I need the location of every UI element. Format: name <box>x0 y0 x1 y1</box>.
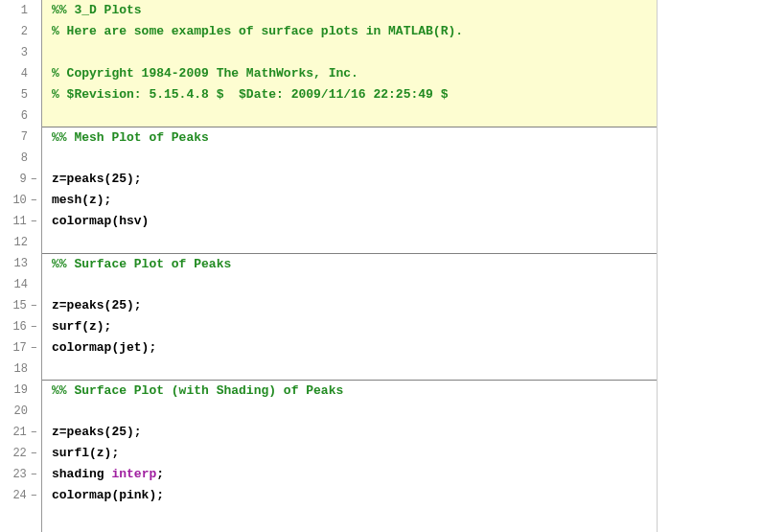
fold-dash[interactable]: – <box>31 464 37 485</box>
gutter-row: 11– <box>0 211 41 232</box>
code-line[interactable]: z=peaks(25); <box>42 169 762 190</box>
code-line[interactable] <box>42 148 762 169</box>
gutter-row: 6 <box>0 105 41 127</box>
gutter-row: 2 <box>0 21 41 42</box>
line-number: 2 <box>21 21 28 42</box>
code-line[interactable]: z=peaks(25); <box>42 295 762 316</box>
line-number: 21 <box>12 422 26 443</box>
code-text: ; <box>156 467 164 481</box>
line-number: 22 <box>12 443 26 464</box>
gutter-row: 9– <box>0 169 41 190</box>
line-number: 6 <box>21 105 28 127</box>
code-text: shading <box>52 467 111 481</box>
code-line[interactable] <box>42 42 762 63</box>
gutter-row: 21– <box>0 422 41 443</box>
gutter-row: 18 <box>0 359 41 380</box>
code-line[interactable]: mesh(z); <box>42 190 762 211</box>
fold-dash[interactable]: – <box>31 169 37 190</box>
gutter-row: 17– <box>0 337 41 359</box>
gutter-row: 4 <box>0 63 41 84</box>
code-line[interactable]: %% 3_D Plots <box>42 0 762 21</box>
code-area[interactable]: %% 3_D Plots % Here are some examples of… <box>42 0 762 532</box>
gutter-row: 24– <box>0 485 41 506</box>
line-number: 15 <box>12 295 26 316</box>
line-number: 19 <box>14 380 28 401</box>
line-gutter: 1 2 3 4 5 6 7 8 9– 10– 11– 12 13 14 15– … <box>0 0 42 532</box>
line-number: 10 <box>12 190 26 211</box>
gutter-row: 15– <box>0 295 41 316</box>
code-text: colormap(pink); <box>52 488 164 502</box>
gutter-row: 23– <box>0 464 41 485</box>
section-header: %% Mesh Plot of Peaks <box>52 130 209 145</box>
gutter-row: 14 <box>0 274 41 295</box>
code-line[interactable]: z=peaks(25); <box>42 422 762 443</box>
code-line[interactable]: % Here are some examples of surface plot… <box>42 21 762 42</box>
comment-text: % Here are some examples of surface plot… <box>52 24 463 38</box>
code-text: colormap(hsv) <box>52 214 149 228</box>
code-line[interactable]: %% Mesh Plot of Peaks <box>42 127 762 148</box>
line-number: 9 <box>20 169 27 190</box>
code-line[interactable] <box>42 359 762 380</box>
line-number: 4 <box>21 63 28 84</box>
code-line[interactable]: surf(z); <box>42 316 762 337</box>
fold-dash[interactable]: – <box>31 295 37 316</box>
gutter-row: 22– <box>0 443 41 464</box>
fold-dash[interactable]: – <box>31 316 37 337</box>
fold-dash[interactable]: – <box>31 443 37 464</box>
gutter-row: 10– <box>0 190 41 211</box>
line-number: 13 <box>14 253 28 274</box>
line-number: 18 <box>14 359 28 380</box>
code-line[interactable] <box>42 401 762 422</box>
line-number: 16 <box>12 316 26 337</box>
code-text: mesh(z); <box>52 193 111 207</box>
fold-dash[interactable]: – <box>31 422 37 443</box>
matlab-editor: 1 2 3 4 5 6 7 8 9– 10– 11– 12 13 14 15– … <box>0 0 762 532</box>
gutter-row: 3 <box>0 42 41 63</box>
code-text: z=peaks(25); <box>52 172 142 186</box>
fold-dash[interactable]: – <box>31 211 37 232</box>
line-number: 12 <box>14 232 28 253</box>
gutter-row: 16– <box>0 316 41 337</box>
line-number: 7 <box>21 127 28 148</box>
section-header: %% 3_D Plots <box>52 3 142 17</box>
code-line[interactable]: % $Revision: 5.15.4.8 $ $Date: 2009/11/1… <box>42 84 762 105</box>
line-number: 14 <box>14 274 28 295</box>
comment-text: % Copyright 1984-2009 The MathWorks, Inc… <box>52 66 358 81</box>
code-line[interactable]: %% Surface Plot (with Shading) of Peaks <box>42 380 762 401</box>
code-line[interactable]: shading interp; <box>42 464 762 485</box>
gutter-row: 1 <box>0 0 41 21</box>
code-text: colormap(jet); <box>52 340 156 355</box>
line-number: 20 <box>14 401 28 422</box>
line-number: 8 <box>21 148 28 169</box>
code-line[interactable] <box>42 232 762 253</box>
code-line[interactable]: colormap(jet); <box>42 337 762 359</box>
fold-dash[interactable]: – <box>31 337 37 359</box>
keyword-text: interp <box>111 467 156 481</box>
code-text: surfl(z); <box>52 446 119 460</box>
gutter-row: 8 <box>0 148 41 169</box>
line-number: 11 <box>12 211 26 232</box>
code-line[interactable]: surfl(z); <box>42 443 762 464</box>
line-number: 1 <box>21 0 28 21</box>
code-line[interactable]: colormap(hsv) <box>42 211 762 232</box>
line-number: 3 <box>21 42 28 63</box>
code-line[interactable] <box>42 105 762 127</box>
line-number: 23 <box>12 464 26 485</box>
line-number: 17 <box>12 337 26 359</box>
section-header: %% Surface Plot of Peaks <box>52 257 231 271</box>
right-rail <box>657 0 762 532</box>
fold-dash[interactable]: – <box>31 485 37 506</box>
line-number: 5 <box>21 84 28 105</box>
section-header: %% Surface Plot (with Shading) of Peaks <box>52 383 343 398</box>
gutter-row: 13 <box>0 253 41 274</box>
code-line[interactable]: % Copyright 1984-2009 The MathWorks, Inc… <box>42 63 762 84</box>
gutter-row: 20 <box>0 401 41 422</box>
gutter-row: 5 <box>0 84 41 105</box>
code-line[interactable]: colormap(pink); <box>42 485 762 506</box>
code-line[interactable] <box>42 274 762 295</box>
gutter-row: 12 <box>0 232 41 253</box>
gutter-row: 7 <box>0 127 41 148</box>
comment-text: % $Revision: 5.15.4.8 $ $Date: 2009/11/1… <box>52 87 448 102</box>
fold-dash[interactable]: – <box>31 190 37 211</box>
code-line[interactable]: %% Surface Plot of Peaks <box>42 253 762 274</box>
